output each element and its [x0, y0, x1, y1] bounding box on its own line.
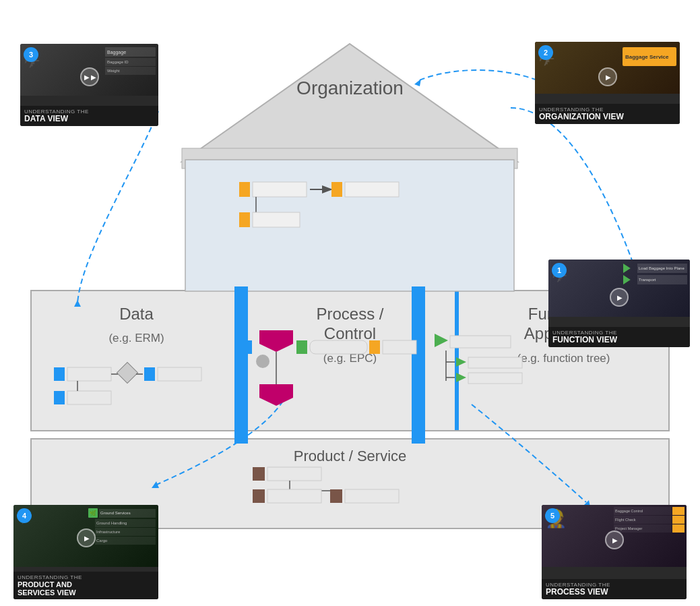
product-service-title: Product / Service: [294, 448, 407, 465]
thumbnail-product-view[interactable]: ✈ 4 🌿 Ground Services Ground Handling In…: [13, 505, 158, 599]
thumb4-main-label: PRODUCT ANDSERVICES VIEW: [18, 580, 154, 597]
thumb3-content3: Weight: [107, 69, 120, 73]
thumb3-content1: Baggage: [107, 50, 126, 55]
play-button-4[interactable]: ▶: [77, 528, 96, 547]
thumb4-top-label: Understanding the: [18, 574, 154, 580]
svg-rect-1: [182, 148, 517, 169]
thumb1-main-label: FUNCTION VIEW: [552, 336, 686, 344]
function-col-subtitle: (e.g. function tree): [472, 352, 655, 365]
process-column: Process /Control (e.g. EPC): [245, 291, 459, 430]
svg-rect-2: [185, 160, 514, 291]
thumb1-content2: Transport: [639, 278, 656, 282]
svg-rect-3: [239, 182, 250, 197]
thumbnail-process-view[interactable]: 👷 5 Baggage Control Flight Check Project…: [542, 505, 687, 599]
play-button-1[interactable]: ▶: [610, 288, 629, 307]
thumb2-content: Baggage Service: [625, 54, 668, 60]
badge-4: 4: [17, 508, 32, 523]
badge-5: 5: [545, 508, 560, 523]
thumb3-content2: Baggage ID: [107, 60, 129, 64]
thumb5-main-label: PROCESS VIEW: [546, 588, 682, 597]
thumb5-header3: Project Manager: [615, 526, 642, 531]
badge-1: 1: [552, 263, 567, 278]
svg-rect-6: [331, 182, 342, 197]
svg-rect-10: [253, 212, 300, 227]
process-col-title: Process /Control: [259, 305, 441, 344]
thumbnail-function-view[interactable]: ✈ 1 Load Baggage Into Plane Transport ▶ …: [548, 260, 690, 347]
thumb1-content1: Load Baggage Into Plane: [639, 266, 685, 270]
play-button-3[interactable]: ▶: [80, 67, 99, 86]
svg-rect-9: [239, 212, 250, 227]
svg-rect-4: [253, 182, 307, 197]
data-col-title: Data: [45, 305, 228, 324]
play-button-5[interactable]: ▶: [605, 531, 624, 549]
badge-3: 3: [24, 47, 38, 62]
thumb5-header1: Baggage Control: [615, 509, 643, 513]
process-col-subtitle: (e.g. EPC): [259, 352, 441, 365]
thumb4-content4: Cargo: [96, 539, 107, 543]
thumb4-content1: Ground Services: [100, 511, 131, 515]
badge-2: 2: [538, 45, 553, 60]
svg-rect-7: [345, 182, 399, 197]
play-button-2[interactable]: ▶: [598, 67, 617, 86]
thumb3-main-label: DATA VIEW: [24, 115, 154, 123]
thumbnail-org-view[interactable]: ✈ 2 Baggage Service ▶ Understanding the …: [535, 42, 680, 124]
svg-marker-0: [182, 44, 517, 162]
thumb4-content2: Ground Handling: [96, 521, 127, 525]
thumb2-main-label: ORGANIZATION VIEW: [539, 113, 676, 121]
thumbnail-data-view[interactable]: ✈ 3 Baggage Baggage ID Weight ▶ Understa…: [20, 44, 158, 126]
data-col-subtitle: (e.g. ERM): [45, 332, 228, 345]
data-column: Data (e.g. ERM): [32, 291, 245, 430]
thumb5-header2: Flight Check: [615, 518, 636, 522]
thumb4-content3: Infrastructure: [96, 530, 120, 534]
